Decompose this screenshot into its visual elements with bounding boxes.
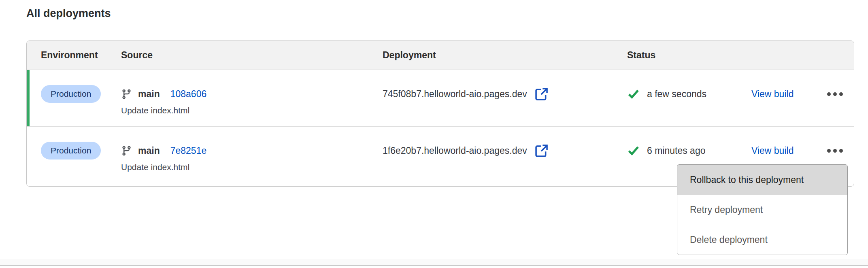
environment-cell: Production <box>41 85 121 126</box>
external-link-icon[interactable] <box>534 143 549 158</box>
column-header-deployment: Deployment <box>383 50 627 61</box>
table-row: Production main 108a606 Update index.htm… <box>27 70 854 127</box>
bottom-divider <box>0 265 868 266</box>
check-icon <box>627 145 640 157</box>
bottom-band <box>0 259 868 265</box>
commit-message: Update index.html <box>121 105 383 116</box>
view-build-link[interactable]: View build <box>751 145 794 156</box>
status-text: a few seconds <box>647 89 706 100</box>
commit-message: Update index.html <box>121 162 383 172</box>
column-header-environment: Environment <box>41 50 121 61</box>
ellipsis-menu-button[interactable] <box>825 85 845 103</box>
environment-badge: Production <box>41 142 101 160</box>
menu-item-retry[interactable]: Retry deployment <box>677 195 847 225</box>
deployment-url: 745f08b7.helloworld-aio.pages.dev <box>383 89 527 100</box>
deployment-cell: 1f6e20b7.helloworld-aio.pages.dev <box>383 142 627 186</box>
commit-sha-link[interactable]: 7e8251e <box>170 145 207 156</box>
view-build-link[interactable]: View build <box>751 89 794 100</box>
source-cell: main 7e8251e Update index.html <box>121 142 383 186</box>
check-icon <box>627 88 640 100</box>
branch-name: main <box>138 145 160 156</box>
deployment-context-menu: Rollback to this deployment Retry deploy… <box>677 164 848 255</box>
git-branch-icon <box>121 89 132 100</box>
menu-item-rollback[interactable]: Rollback to this deployment <box>677 165 847 195</box>
external-link-icon[interactable] <box>534 87 549 102</box>
commit-sha-link[interactable]: 108a606 <box>170 89 207 100</box>
table-header-row: Environment Source Deployment Status <box>27 41 854 70</box>
menu-item-delete[interactable]: Delete deployment <box>677 225 847 255</box>
column-header-status: Status <box>627 50 751 61</box>
environment-badge: Production <box>41 85 101 103</box>
deployment-url: 1f6e20b7.helloworld-aio.pages.dev <box>383 145 527 156</box>
status-text: 6 minutes ago <box>647 145 705 156</box>
view-build-cell: View build <box>751 85 816 126</box>
current-deployment-marker <box>27 70 30 126</box>
deployment-cell: 745f08b7.helloworld-aio.pages.dev <box>383 85 627 126</box>
ellipsis-menu-button[interactable] <box>825 142 845 160</box>
more-cell <box>816 85 854 126</box>
branch-name: main <box>138 89 160 100</box>
source-cell: main 108a606 Update index.html <box>121 85 383 126</box>
column-header-source: Source <box>121 50 383 61</box>
environment-cell: Production <box>41 142 121 186</box>
status-cell: a few seconds <box>627 85 751 126</box>
page-title: All deployments <box>26 7 111 20</box>
git-branch-icon <box>121 145 132 156</box>
